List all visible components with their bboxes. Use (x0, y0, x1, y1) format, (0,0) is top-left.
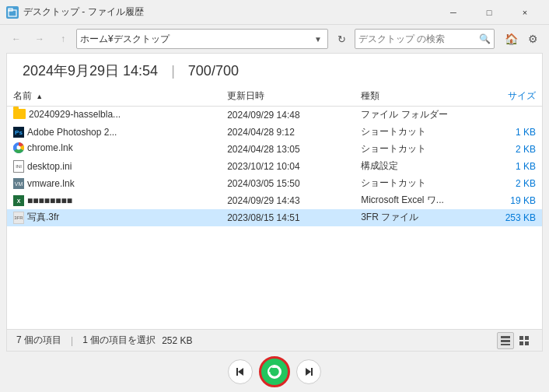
svg-rect-12 (236, 368, 238, 376)
selected-info: 1 個の項目を選択 (82, 334, 156, 347)
up-button[interactable]: ↑ (53, 29, 73, 49)
file-icon-name: VM vmware.lnk (13, 178, 75, 189)
file-size-cell: 1 KB (473, 158, 542, 175)
view-buttons (497, 332, 533, 349)
file-name-cell: chrome.lnk (7, 141, 221, 158)
next-button[interactable] (296, 359, 321, 384)
file-date-cell: 2023/08/15 14:51 (221, 209, 355, 226)
table-row[interactable]: 20240929-hasselbla... 2024/09/29 14:48 フ… (7, 107, 542, 124)
file-name-cell: VM vmware.lnk (7, 175, 221, 192)
file-type-cell: ショートカット (355, 141, 472, 158)
col-header-size[interactable]: サイズ (473, 86, 542, 107)
address-dropdown-icon[interactable]: ▼ (312, 30, 324, 48)
window-controls: ─ □ × (435, 0, 543, 25)
file-list: 名前 ▲ 更新日時 種類 サイズ (7, 86, 542, 329)
prev-button[interactable] (228, 359, 253, 384)
file-date-cell: 2024/04/28 13:05 (221, 141, 355, 158)
file-size-cell: 19 KB (473, 192, 542, 209)
file-date-cell: 2024/04/28 9:12 (221, 124, 355, 141)
file-icon-name: INI desktop.ini (13, 160, 72, 173)
svg-point-4 (17, 146, 21, 150)
status-separator: | (71, 335, 73, 346)
file-icon-name: Ps Adobe Photoshop 2... (13, 127, 117, 138)
sort-arrow: ▲ (36, 93, 43, 100)
svg-rect-16 (311, 368, 313, 376)
table-row[interactable]: VM vmware.lnk 2024/03/05 15:50 ショートカット 2… (7, 175, 542, 192)
file-size-cell: 2 KB (473, 175, 542, 192)
address-input[interactable] (80, 33, 312, 44)
table-row[interactable]: X ■■■■■■■■ 2024/09/29 14:43 Microsoft Ex… (7, 192, 542, 209)
address-bar: ← → ↑ ▼ ↻ 🔍 🏠 ⚙ (0, 25, 549, 53)
file-name: ■■■■■■■■ (27, 195, 72, 206)
settings-button[interactable]: ⚙ (523, 29, 543, 49)
svg-rect-10 (519, 341, 523, 345)
search-icon: 🔍 (479, 33, 491, 44)
col-header-type[interactable]: 種類 (355, 86, 472, 107)
table-row[interactable]: Ps Adobe Photoshop 2... 2024/04/28 9:12 … (7, 124, 542, 141)
vmware-icon: VM (13, 178, 24, 189)
3fr-icon: 3FR (13, 212, 24, 224)
col-header-name[interactable]: 名前 ▲ (7, 86, 221, 107)
back-button[interactable]: ← (6, 29, 26, 49)
svg-rect-6 (501, 340, 510, 342)
selected-size: 252 KB (162, 335, 192, 346)
svg-rect-7 (501, 344, 510, 345)
file-type-cell: Microsoft Excel ワ... (355, 192, 472, 209)
toolbar-right: 🏠 ⚙ (501, 29, 543, 49)
search-wrap: 🔍 (355, 29, 495, 49)
play-button[interactable] (259, 356, 290, 387)
file-name: chrome.lnk (27, 142, 73, 153)
file-date-cell: 2023/10/12 10:04 (221, 158, 355, 175)
svg-rect-9 (525, 336, 529, 340)
table-row[interactable]: INI desktop.ini 2023/10/12 10:04 構成設定 1 … (7, 158, 542, 175)
home-button[interactable]: 🏠 (501, 29, 521, 49)
datetime-text: 2024年9月29日 14:54 (23, 63, 158, 79)
file-icon-name: 20240929-hasselbla... (13, 109, 121, 120)
app-icon (6, 6, 19, 19)
close-button[interactable]: × (507, 0, 543, 25)
table-row[interactable]: chrome.lnk 2024/04/28 13:05 ショートカット 2 KB (7, 141, 542, 158)
file-type-cell: 3FR ファイル (355, 209, 472, 226)
main-panel: 2024年9月29日 14:54 | 700/700 名前 ▲ 更新日時 種類 (6, 53, 543, 352)
ini-icon: INI (13, 160, 24, 173)
refresh-button[interactable]: ↻ (331, 29, 351, 49)
file-size-cell (473, 107, 542, 124)
svg-marker-17 (306, 368, 311, 376)
title-bar: デスクトップ - ファイル履歴 ─ □ × (0, 0, 549, 25)
search-input[interactable] (358, 33, 479, 44)
file-type-cell: ショートカット (355, 175, 472, 192)
bottom-bar (0, 352, 549, 392)
chrome-icon (13, 142, 24, 153)
folder-icon (13, 109, 26, 119)
file-size-cell: 253 KB (473, 209, 542, 226)
file-type-cell: 構成設定 (355, 158, 472, 175)
svg-rect-11 (525, 341, 529, 345)
window-title: デスクトップ - ファイル履歴 (23, 5, 435, 19)
file-size-cell: 1 KB (473, 124, 542, 141)
maximize-button[interactable]: □ (471, 0, 507, 25)
view-content-button[interactable] (516, 332, 533, 349)
file-name: 写真.3fr (27, 211, 59, 224)
table-header-row: 名前 ▲ 更新日時 種類 サイズ (7, 86, 542, 107)
view-details-button[interactable] (497, 332, 514, 349)
file-icon-name: X ■■■■■■■■ (13, 195, 72, 206)
file-date-cell: 2024/09/29 14:48 (221, 107, 355, 124)
stats-divider: | (171, 63, 175, 79)
forward-button[interactable]: → (30, 29, 50, 49)
minimize-button[interactable]: ─ (435, 0, 471, 25)
file-date-cell: 2024/03/05 15:50 (221, 175, 355, 192)
svg-rect-8 (519, 336, 523, 340)
svg-marker-13 (238, 368, 243, 376)
items-count: 7 個の項目 (16, 334, 61, 347)
table-row[interactable]: 3FR 写真.3fr 2023/08/15 14:51 3FR ファイル 253… (7, 209, 542, 226)
file-table: 名前 ▲ 更新日時 種類 サイズ (7, 86, 542, 226)
counter-text: 700/700 (188, 63, 239, 79)
file-type-cell: ファイル フォルダー (355, 107, 472, 124)
file-name-cell: INI desktop.ini (7, 158, 221, 175)
file-name: 20240929-hasselbla... (29, 109, 121, 120)
stats-bar: 2024年9月29日 14:54 | 700/700 (7, 54, 542, 86)
file-icon-name: 3FR 写真.3fr (13, 211, 59, 224)
col-header-date[interactable]: 更新日時 (221, 86, 355, 107)
file-name-cell: X ■■■■■■■■ (7, 192, 221, 209)
file-date-cell: 2024/09/29 14:43 (221, 192, 355, 209)
